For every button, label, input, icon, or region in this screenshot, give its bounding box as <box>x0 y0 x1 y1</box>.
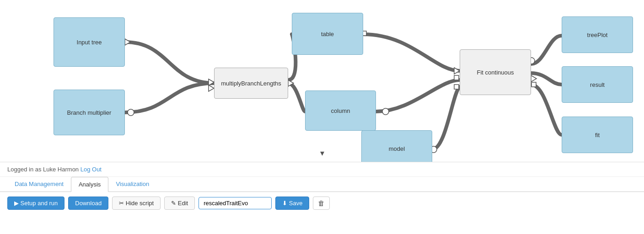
svg-rect-10 <box>454 85 459 89</box>
node-branch-multiplier[interactable]: Branch multiplier <box>54 90 125 135</box>
tab-visualization[interactable]: Visualization <box>108 177 156 192</box>
svg-marker-2 <box>209 85 214 91</box>
node-fit[interactable]: fit <box>562 117 633 153</box>
save-button[interactable]: ⬇ Save <box>275 197 309 210</box>
logout-link[interactable]: Log Out <box>80 166 102 173</box>
node-model[interactable]: model <box>361 130 432 162</box>
node-result[interactable]: result <box>562 66 633 103</box>
setup-run-button[interactable]: ▶ Setup and run <box>7 197 64 210</box>
svg-marker-0 <box>125 39 130 45</box>
download-button[interactable]: Download <box>68 197 108 210</box>
svg-rect-13 <box>531 82 536 87</box>
node-table[interactable]: table <box>292 13 363 55</box>
node-column[interactable]: column <box>305 90 376 131</box>
svg-point-3 <box>128 109 134 116</box>
tab-data-management[interactable]: Data Management <box>7 177 71 192</box>
login-bar: Logged in as Luke Harmon Log Out <box>0 162 644 177</box>
svg-marker-12 <box>531 75 537 82</box>
svg-point-6 <box>382 108 389 115</box>
node-tree-plot[interactable]: treePlot <box>562 16 633 53</box>
svg-rect-9 <box>454 75 459 80</box>
edit-button[interactable]: ✎ Edit <box>164 197 195 210</box>
hide-script-button[interactable]: ✂ Hide script <box>112 197 161 210</box>
node-multiply-branch[interactable]: multiplyBranchLengths <box>214 68 288 99</box>
delete-button[interactable]: 🗑 <box>313 197 330 210</box>
bottom-panel: Logged in as Luke Harmon Log Out Data Ma… <box>0 162 644 214</box>
tab-analysis[interactable]: Analysis <box>71 177 108 192</box>
tabs-bar: Data Management Analysis Visualization <box>0 177 644 192</box>
node-input-tree[interactable]: Input tree <box>54 17 125 67</box>
login-text: Logged in as Luke Harmon <box>7 166 80 173</box>
toolbar: ▶ Setup and run Download ✂ Hide script ✎… <box>0 192 644 214</box>
svg-marker-1 <box>209 79 214 85</box>
expand-chevron[interactable]: ▾ <box>320 148 324 158</box>
svg-marker-8 <box>454 68 460 74</box>
workflow-canvas: Input tree Branch multiplier multiplyBra… <box>0 0 644 162</box>
svg-marker-4 <box>288 80 294 86</box>
workflow-name-input[interactable] <box>199 197 272 209</box>
node-fit-continuous[interactable]: Fit continuous <box>460 49 531 95</box>
